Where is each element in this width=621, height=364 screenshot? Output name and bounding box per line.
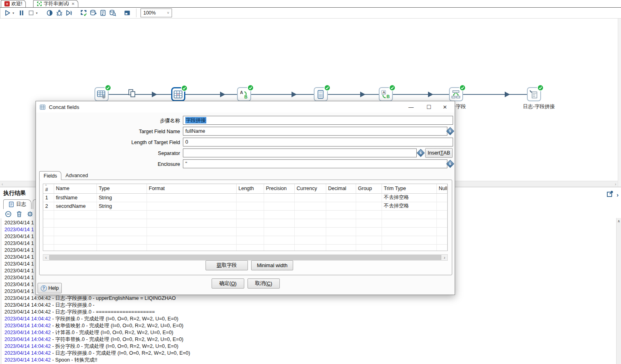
step-ok-badge <box>247 84 254 91</box>
log-vertical-scrollbar[interactable]: ∧ <box>616 218 621 364</box>
dialog-close-button[interactable]: ✕ <box>437 101 453 113</box>
target-field-name-input[interactable]: fullName <box>183 127 447 136</box>
minimal-width-button[interactable]: Minimal width <box>251 260 293 270</box>
column-header-type[interactable]: Type <box>97 184 147 193</box>
column-header-length[interactable]: Length <box>236 184 264 193</box>
help-question-icon: ? <box>41 285 47 291</box>
step-ok-badge <box>181 85 188 92</box>
stop-button[interactable] <box>26 8 36 17</box>
insert-tab-button[interactable]: Insert TAB <box>425 148 453 158</box>
dialog-maximize-button[interactable]: ☐ <box>421 101 437 113</box>
column-header-format[interactable]: Format <box>147 184 236 193</box>
separator-input[interactable] <box>183 149 417 157</box>
canvas-vertical-scrollbar[interactable] <box>618 19 621 187</box>
step-write-to-log[interactable]: 日志-字段拼接 <box>520 87 547 110</box>
dialog-grid-icon <box>40 104 46 110</box>
variable-insert-icon[interactable]: $ <box>446 160 454 168</box>
step-name-label: 步骤名称 <box>36 116 180 125</box>
svg-text:A: A <box>240 90 243 94</box>
clear-log-trash-icon[interactable] <box>16 211 22 219</box>
hop-arrow-icon <box>152 92 157 97</box>
variable-insert-icon[interactable]: $ <box>417 149 425 157</box>
log-line: 2023/04/14 14:04:42 - 日志-字段拼接.0 - <box>4 302 616 309</box>
log-icon <box>8 201 14 207</box>
hop-arrow-icon <box>428 92 433 97</box>
tab-transformation[interactable]: 字符串测试i ✕ <box>33 0 78 7</box>
chevron-down-icon: ˅ <box>167 11 169 15</box>
table-row[interactable]: 1firstNameString不去掉空格 <box>43 193 447 202</box>
get-sql-icon[interactable] <box>98 8 108 17</box>
zoom-select[interactable]: 100% ˅ <box>141 8 172 17</box>
tab-welcome[interactable]: ✳ 欢迎! <box>1 0 26 7</box>
stop-options-icon[interactable]: ▾ <box>36 8 40 17</box>
table-horizontal-scrollbar[interactable]: ‹ › <box>43 254 448 261</box>
cancel-button[interactable]: 取消(C) <box>248 278 280 289</box>
pause-button[interactable] <box>17 8 26 17</box>
table-empty-row <box>43 244 447 251</box>
scrollbar-thumb[interactable] <box>49 255 441 260</box>
log-line: 2023/04/14 14:04:42 - 字符串替换.0 - 完成处理 (I=… <box>4 336 616 343</box>
tab-log[interactable]: 日志 <box>3 199 31 209</box>
replay-button[interactable] <box>64 8 74 17</box>
column-header-group[interactable]: Group <box>356 184 382 193</box>
show-results-panel-icon[interactable] <box>122 8 132 17</box>
table-row[interactable]: 2secondNameString不去掉空格 <box>43 202 447 210</box>
dialog-title: Concat fields <box>49 104 79 110</box>
scroll-right-icon[interactable]: › <box>442 255 447 260</box>
column-header-name[interactable]: Name <box>54 184 97 193</box>
explore-database-icon[interactable] <box>108 8 117 17</box>
column-header-precision[interactable]: Precision <box>264 184 294 193</box>
variable-insert-icon[interactable]: $ <box>446 127 454 135</box>
tab-close-icon[interactable]: ✕ <box>71 2 75 6</box>
step-name-input[interactable]: 字段拼接 <box>183 116 453 125</box>
log-line: 2023/04/14 14:04:42 - 拆分字段.0 - 完成处理 (I=0… <box>4 343 616 350</box>
dialog-minimize-button[interactable]: — <box>403 101 419 113</box>
hop-arrow-icon <box>360 92 365 97</box>
run-button[interactable] <box>3 8 13 17</box>
hop-line <box>462 94 527 95</box>
scroll-left-icon[interactable]: ‹ <box>43 255 49 260</box>
spoon-logo-red-icon: ✳ <box>4 1 10 6</box>
maximize-panel-icon[interactable]: › <box>617 191 619 198</box>
column-header-num[interactable]: ^# <box>43 184 54 193</box>
column-header-trim-type[interactable]: Trim Type <box>382 184 436 193</box>
run-options-icon[interactable]: ▾ <box>13 8 17 17</box>
log-line: 2023/04/14 14:04:42 - 计算器.0 - 完成处理 (I=0,… <box>4 329 616 336</box>
ok-button[interactable]: 确定(O) <box>212 278 244 289</box>
value-mapper-icon: AB <box>237 87 251 101</box>
preview-button[interactable] <box>45 8 55 17</box>
step-ok-badge <box>537 84 544 91</box>
tab-advanced[interactable]: Advanced <box>61 171 92 180</box>
tab-transformation-label: 字符串测试i <box>44 0 69 7</box>
log-settings-gear-icon[interactable] <box>27 211 34 219</box>
impact-analysis-icon[interactable] <box>88 8 98 17</box>
get-fields-button[interactable]: 获取字段 <box>206 260 248 270</box>
scroll-right-icon[interactable]: › <box>615 182 616 186</box>
enclosure-input[interactable]: " <box>183 159 447 168</box>
scroll-left-icon[interactable]: ‹ <box>2 182 3 186</box>
fields-tab-content: ^# Name Type Format Length Precision Cur… <box>39 180 452 275</box>
step-ok-badge <box>389 84 396 91</box>
tab-fields[interactable]: Fields <box>39 171 61 180</box>
log-line: 2023/04/14 14:04:42 - 日志-字段拼接.0 - upperE… <box>4 295 616 302</box>
fields-table: ^# Name Type Format Length Precision Cur… <box>43 184 448 251</box>
column-header-currency[interactable]: Currency <box>294 184 326 193</box>
debug-button[interactable] <box>55 8 64 17</box>
column-header-decimal[interactable]: Decimal <box>326 184 356 193</box>
verify-transformation-icon[interactable] <box>79 8 88 17</box>
length-of-target-field-input[interactable]: 0 <box>183 138 453 146</box>
collapse-all-icon[interactable] <box>5 211 12 219</box>
column-header-null[interactable]: Null <box>436 184 447 193</box>
help-button[interactable]: ?Help <box>38 283 62 293</box>
table-empty-row <box>43 210 447 219</box>
svg-text:A: A <box>382 90 385 94</box>
step-ok-badge <box>324 84 331 91</box>
dialog-title-bar[interactable]: Concat fields <box>36 101 455 113</box>
calculator-icon <box>314 87 328 101</box>
step-label: 日志-字段拼接 <box>520 103 547 110</box>
detach-panel-icon[interactable] <box>606 190 613 199</box>
hop-line <box>327 94 379 95</box>
log-line: 2023/04/14 14:04:42 - 字段拼接.0 - 完成处理 (I=0… <box>4 316 616 322</box>
scroll-up-icon[interactable]: ∧ <box>617 219 621 223</box>
separator-label: Separator <box>36 149 180 158</box>
